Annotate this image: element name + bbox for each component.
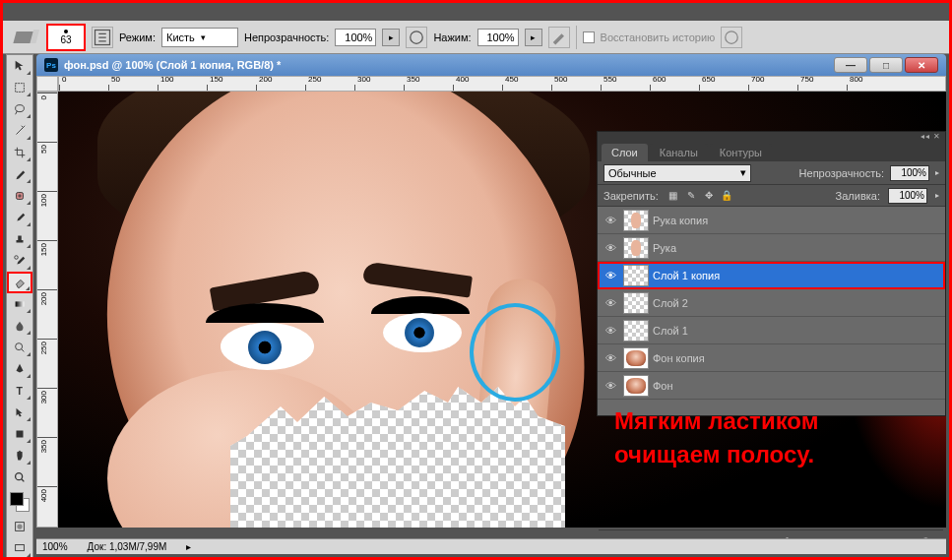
ruler-horizontal[interactable]: 0501001502002503003504004505005506006507… xyxy=(58,76,946,92)
visibility-eye-icon[interactable]: 👁 xyxy=(602,349,619,367)
lasso-tool[interactable] xyxy=(7,98,32,120)
layer-row[interactable]: 👁Рука копия xyxy=(598,207,945,234)
layer-name[interactable]: Слой 2 xyxy=(653,297,941,309)
ruler-origin[interactable] xyxy=(36,76,58,92)
svg-point-4 xyxy=(16,105,25,112)
minimize-button[interactable]: — xyxy=(834,57,867,73)
tablet-pressure-icon[interactable] xyxy=(721,27,742,48)
layer-name[interactable]: Фон копия xyxy=(653,352,941,364)
stamp-tool[interactable] xyxy=(7,228,32,250)
brush-tool[interactable] xyxy=(7,207,32,228)
eyedropper-tool[interactable] xyxy=(7,163,32,185)
layer-name[interactable]: Слой 1 копия xyxy=(653,270,941,281)
layer-row[interactable]: 👁Фон xyxy=(598,372,945,400)
brush-size-value: 63 xyxy=(60,34,71,45)
annotation-circle xyxy=(470,303,560,402)
panel-tabs: Слои Каналы Контуры xyxy=(598,140,945,161)
panel-dragbar[interactable]: ◂◂ ✕ xyxy=(598,132,945,140)
svg-rect-7 xyxy=(16,301,25,306)
eraser-mode-dropdown[interactable]: Кисть xyxy=(161,28,238,47)
visibility-eye-icon[interactable]: 👁 xyxy=(602,322,619,340)
wand-tool[interactable] xyxy=(7,120,32,142)
svg-point-8 xyxy=(16,343,23,350)
crop-tool[interactable] xyxy=(7,142,32,163)
path-select-tool[interactable] xyxy=(7,402,32,423)
layer-row[interactable]: 👁Слой 1 xyxy=(598,317,945,344)
color-swatches[interactable] xyxy=(7,488,32,516)
visibility-eye-icon[interactable]: 👁 xyxy=(602,294,619,312)
layer-thumbnail[interactable] xyxy=(623,375,649,397)
healing-tool[interactable] xyxy=(7,185,32,207)
layer-row[interactable]: 👁Слой 1 копия xyxy=(598,262,945,289)
tab-paths[interactable]: Контуры xyxy=(710,144,772,161)
layer-thumbnail[interactable] xyxy=(623,347,649,369)
visibility-eye-icon[interactable]: 👁 xyxy=(602,377,619,395)
history-brush-tool[interactable] xyxy=(7,250,32,272)
opacity-flyout[interactable]: ▸ xyxy=(382,29,400,46)
lock-transparency-icon[interactable]: ▦ xyxy=(666,189,680,203)
layer-list: 👁Рука копия👁Рука👁Слой 1 копия👁Слой 2👁Сло… xyxy=(598,207,945,400)
eraser-tool[interactable] xyxy=(7,272,32,293)
airbrush-icon[interactable] xyxy=(548,27,570,48)
brush-panel-toggle[interactable] xyxy=(92,27,113,48)
toolbox: T xyxy=(6,54,33,560)
layer-opacity-input[interactable] xyxy=(890,165,929,181)
screenmode-toggle[interactable] xyxy=(7,537,32,559)
layer-thumbnail[interactable] xyxy=(623,292,649,314)
visibility-eye-icon[interactable]: 👁 xyxy=(602,239,619,257)
layer-name[interactable]: Рука копия xyxy=(653,215,941,226)
layer-row[interactable]: 👁Слой 2 xyxy=(598,289,945,317)
opacity-input[interactable] xyxy=(335,29,376,46)
visibility-eye-icon[interactable]: 👁 xyxy=(602,212,619,229)
lock-position-icon[interactable]: ✥ xyxy=(702,189,716,203)
fill-flyout-icon[interactable]: ▸ xyxy=(935,191,939,200)
ruler-vertical[interactable]: 050100150200250300350400450 xyxy=(36,92,58,528)
ps-icon: Ps xyxy=(44,58,58,72)
blur-tool[interactable] xyxy=(7,315,32,337)
dodge-tool[interactable] xyxy=(7,337,32,358)
doc-size[interactable]: Док: 1,03M/7,99M xyxy=(88,541,167,552)
erase-history-checkbox[interactable] xyxy=(583,31,595,43)
move-tool[interactable] xyxy=(7,55,32,77)
tab-layers[interactable]: Слои xyxy=(602,144,648,161)
opacity-flyout-icon[interactable]: ▸ xyxy=(935,168,939,177)
main-menubar[interactable] xyxy=(3,3,949,21)
flow-label: Нажим: xyxy=(433,31,471,43)
type-tool[interactable]: T xyxy=(7,380,32,402)
layer-thumbnail[interactable] xyxy=(623,237,649,259)
lock-pixels-icon[interactable]: ✎ xyxy=(684,189,698,203)
layer-row[interactable]: 👁Рука xyxy=(598,234,945,262)
tab-channels[interactable]: Каналы xyxy=(650,144,708,161)
document-title: фон.psd @ 100% (Слой 1 копия, RGB/8) * xyxy=(64,59,281,71)
quickmask-toggle[interactable] xyxy=(7,516,32,537)
marquee-tool[interactable] xyxy=(7,77,32,98)
layer-thumbnail[interactable] xyxy=(623,210,649,231)
document-titlebar[interactable]: Ps фон.psd @ 100% (Слой 1 копия, RGB/8) … xyxy=(36,54,946,76)
zoom-tool[interactable] xyxy=(7,467,32,488)
layer-name[interactable]: Фон xyxy=(653,380,941,392)
flow-input[interactable] xyxy=(477,29,519,46)
layer-name[interactable]: Рука xyxy=(653,242,941,254)
shape-tool[interactable] xyxy=(7,423,32,445)
gradient-tool[interactable] xyxy=(7,293,32,315)
opacity-pressure-icon[interactable] xyxy=(406,27,427,48)
fg-color-swatch[interactable] xyxy=(10,492,24,506)
layer-opacity-label: Непрозрачность: xyxy=(799,167,884,179)
layer-thumbnail[interactable] xyxy=(623,320,649,342)
blend-mode-dropdown[interactable]: Обычные xyxy=(603,164,751,182)
visibility-eye-icon[interactable]: 👁 xyxy=(602,267,619,284)
status-flyout[interactable]: ▸ xyxy=(186,541,191,552)
close-button[interactable]: ✕ xyxy=(905,57,938,73)
maximize-button[interactable]: □ xyxy=(869,57,903,73)
hand-tool[interactable] xyxy=(7,445,32,467)
flow-flyout[interactable]: ▸ xyxy=(525,29,542,46)
pen-tool[interactable] xyxy=(7,358,32,380)
layer-thumbnail[interactable] xyxy=(623,265,649,286)
layer-row[interactable]: 👁Фон копия xyxy=(598,344,945,372)
zoom-level[interactable]: 100% xyxy=(42,541,68,552)
current-tool-icon[interactable] xyxy=(9,26,40,49)
fill-input[interactable] xyxy=(888,188,927,204)
brush-preset-picker[interactable]: 63 xyxy=(46,24,86,51)
lock-all-icon[interactable]: 🔒 xyxy=(720,189,733,203)
layer-name[interactable]: Слой 1 xyxy=(653,325,941,337)
